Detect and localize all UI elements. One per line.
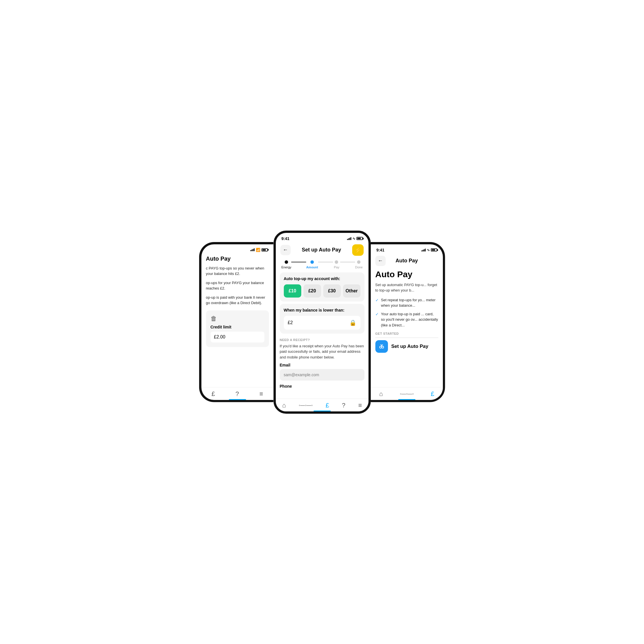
check-icon-2: ✓ <box>375 312 379 316</box>
bullet-text-2: Your auto top-up is paid ... card, so yo… <box>381 311 438 328</box>
status-bar-center: 9:41 ∿ <box>276 233 368 242</box>
left-text-2: op-ups for your PAYG your balance reache… <box>206 280 269 291</box>
status-bar-right: 9:41 ∿ <box>371 244 443 253</box>
step-done: Done <box>355 260 362 269</box>
back-button-center[interactable]: ← <box>280 245 291 255</box>
status-time-center: 9:41 <box>282 236 290 241</box>
nav-activity-center[interactable]: ◦—◦—◦ <box>299 403 313 408</box>
receipt-section: NEED A RECEIPT? If you'd like a receipt … <box>276 336 368 392</box>
right-content: Auto Pay Set up automatic PAYG top-u... … <box>371 267 443 353</box>
bullet-item-1: ✓ Set repeat top-ups for yo... meter whe… <box>375 297 438 308</box>
bullet-item-2: ✓ Your auto top-up is paid ... card, so … <box>375 311 438 328</box>
phone-label: Phone <box>280 384 364 389</box>
setup-auto-pay-button[interactable]: Set up Auto Pay <box>375 340 438 353</box>
setup-btn-icon <box>375 340 388 353</box>
divider <box>375 338 438 338</box>
bullet-text-1: Set repeat top-ups for yo... meter when … <box>381 297 438 308</box>
step-dot-amount <box>310 260 314 264</box>
signal-icon-left <box>250 248 255 251</box>
amount-options: £10 £20 £30 Other <box>284 284 360 298</box>
step-label-done: Done <box>355 265 362 269</box>
balance-title: When my balance is lower than: <box>284 308 360 312</box>
status-bar-left: 📶 <box>201 244 274 253</box>
amount-btn-other[interactable]: Other <box>343 284 360 298</box>
stepper: Energy Amount Pay Done <box>276 257 368 270</box>
step-label-energy: Energy <box>282 265 292 269</box>
nav-menu-center[interactable]: ≡ <box>358 402 362 409</box>
auto-topup-card: Auto top-up my account with: £10 £20 £30… <box>280 272 364 302</box>
header-action-icon[interactable]: ⚡ <box>352 244 364 256</box>
delete-icon[interactable]: 🗑 <box>211 315 264 322</box>
scene: 📶 Auto Pay c PAYG top-ups so you never w… <box>165 231 479 414</box>
signal-icon-right <box>421 249 426 251</box>
nav-icon-menu-left[interactable]: ≡ <box>259 390 263 398</box>
phone-left: 📶 Auto Pay c PAYG top-ups so you never w… <box>199 242 274 402</box>
bottom-nav-center: ⌂ ◦—◦—◦ £ ? ≡ <box>276 399 368 411</box>
app-header-right: ← Auto Pay <box>371 253 443 267</box>
nav-home-right[interactable]: ⌂ <box>379 390 383 398</box>
amount-btn-20[interactable]: £20 <box>304 284 321 298</box>
credit-value: £2.00 <box>211 332 264 342</box>
status-icons-center: ∿ <box>347 237 363 241</box>
nav-icon-currency-left[interactable]: £ <box>211 390 215 398</box>
step-dot-energy <box>285 260 288 264</box>
step-amount: Amount <box>306 260 318 269</box>
app-header-center: ← Set up Auto Pay ⚡ <box>276 242 368 257</box>
header-title-center: Set up Auto Pay <box>302 247 341 253</box>
wifi-icon-left: 📶 <box>256 248 260 252</box>
get-started-label: GET STARTED <box>375 332 438 335</box>
nav-currency-right[interactable]: £ <box>431 390 434 398</box>
step-pay: Pay <box>333 260 340 269</box>
left-content: Auto Pay c PAYG top-ups so you never whe… <box>201 253 274 347</box>
wifi-icon-center: ∿ <box>352 237 355 241</box>
header-title-right: Auto Pay <box>395 258 418 264</box>
left-title: Auto Pay <box>206 255 269 262</box>
step-energy: Energy <box>282 260 292 269</box>
status-icons-right: ∿ <box>421 248 437 252</box>
amount-btn-30[interactable]: £30 <box>323 284 341 298</box>
signal-icon-center <box>347 237 351 240</box>
lock-icon: 🔒 <box>349 319 356 326</box>
step-dot-pay <box>335 260 338 264</box>
credit-label: Credit limit <box>211 325 264 329</box>
left-text-1: c PAYG top-ups so you never when your ba… <box>206 265 269 277</box>
step-label-amount: Amount <box>306 265 318 269</box>
receipt-text: If you'd like a receipt when your Auto P… <box>280 343 364 360</box>
right-page-title: Auto Pay <box>375 270 438 279</box>
auto-topup-title: Auto top-up my account with: <box>284 276 360 281</box>
balance-value: £2 <box>288 320 293 325</box>
phone-right: 9:41 ∿ ← Auto Pay Auto Pay Set up <box>371 242 445 402</box>
status-time-right: 9:41 <box>377 248 385 252</box>
right-subtitle: Set up automatic PAYG top-u... forget to… <box>375 282 438 293</box>
step-line-2 <box>318 262 333 262</box>
setup-btn-label: Set up Auto Pay <box>391 344 429 349</box>
amount-btn-10[interactable]: £10 <box>284 284 301 298</box>
phone-center: 9:41 ∿ ← Set up Auto Pay ⚡ <box>274 231 371 414</box>
step-dot-done <box>357 260 360 264</box>
nav-icon-help-left[interactable]: ? <box>235 390 239 398</box>
nav-help-center[interactable]: ? <box>342 402 345 409</box>
left-section: 🗑 Credit limit £2.00 <box>206 310 269 347</box>
status-icons-left: 📶 <box>250 248 268 252</box>
email-label: Email <box>280 363 364 367</box>
check-icon-1: ✓ <box>375 298 379 302</box>
nav-home-center[interactable]: ⌂ <box>282 402 286 409</box>
bottom-nav-left: £ ? ≡ <box>201 387 274 400</box>
battery-icon-right <box>431 248 437 251</box>
left-text-3: op-up is paid with your bank ll never go… <box>206 295 269 306</box>
nav-currency-center[interactable]: £ <box>326 402 329 409</box>
bottom-nav-right: ⌂ ◦—◦—◦ £ <box>371 387 443 400</box>
step-line-1 <box>291 262 306 262</box>
balance-card: When my balance is lower than: £2 🔒 <box>280 304 364 334</box>
step-label-pay: Pay <box>334 265 339 269</box>
battery-icon-center <box>356 237 363 240</box>
wifi-icon-right: ∿ <box>427 248 430 252</box>
back-button-right[interactable]: ← <box>375 256 386 266</box>
step-line-3 <box>340 262 355 262</box>
balance-field: £2 🔒 <box>284 316 360 330</box>
email-input[interactable] <box>280 369 364 381</box>
receipt-label: NEED A RECEIPT? <box>280 338 364 342</box>
battery-icon-left <box>261 248 268 251</box>
nav-activity-right[interactable]: ◦—◦—◦ <box>400 391 414 397</box>
